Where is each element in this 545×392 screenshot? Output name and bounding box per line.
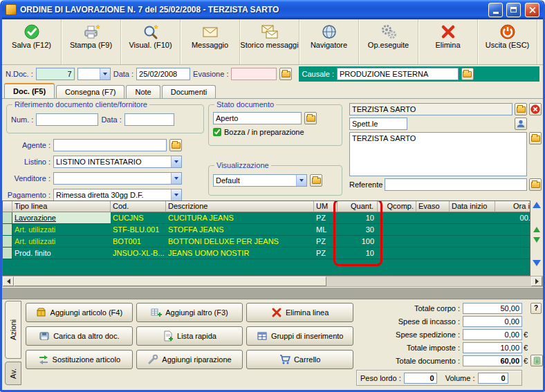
indirizzo-folder-button[interactable] bbox=[529, 132, 542, 144]
cell-evaso[interactable] bbox=[416, 236, 450, 247]
stato-input[interactable] bbox=[213, 112, 302, 124]
cell-quant[interactable]: 10 bbox=[338, 212, 378, 223]
carica-da-altro-doc-button[interactable]: Carica da altro doc. bbox=[26, 326, 133, 346]
doc-type-combo[interactable] bbox=[77, 68, 111, 80]
cell-data-inizio[interactable] bbox=[450, 224, 495, 235]
toolbar-button-salva[interactable]: Salva (F12) bbox=[2, 19, 62, 64]
totale-corpo-input[interactable] bbox=[463, 303, 522, 314]
peso-lordo-input[interactable] bbox=[404, 373, 437, 384]
contact-person-button[interactable] bbox=[515, 118, 527, 130]
cell-tipo-linea[interactable]: Art. utilizzati bbox=[12, 224, 111, 235]
cell-data-inizio[interactable] bbox=[450, 236, 495, 247]
cell-evaso[interactable] bbox=[416, 212, 450, 223]
cell-descrizione[interactable]: CUCITURA JEANS bbox=[166, 212, 314, 223]
spese-spedizione-input[interactable] bbox=[463, 329, 522, 340]
stato-folder-button[interactable] bbox=[304, 112, 317, 124]
cell-tipo-linea[interactable]: Art. utilizzati bbox=[12, 236, 111, 247]
lines-grid[interactable]: Tipo linea Cod. Descrizione UM Quant. Qc… bbox=[2, 200, 530, 276]
cell-evaso[interactable] bbox=[416, 248, 450, 259]
causale-folder-button[interactable] bbox=[461, 68, 474, 80]
intestatario-input[interactable] bbox=[349, 103, 512, 115]
cell-ora-inizio[interactable]: 00.0 bbox=[495, 212, 530, 223]
evasione-folder-button[interactable] bbox=[279, 68, 292, 80]
gruppi-di-inserimento-button[interactable]: Gruppi di inserimento bbox=[246, 326, 353, 346]
col-header-data-inizio[interactable]: Data inizio bbox=[450, 201, 495, 212]
agente-folder-button[interactable] bbox=[169, 139, 182, 151]
cell-qcomp[interactable] bbox=[378, 236, 416, 247]
agente-input[interactable] bbox=[53, 139, 167, 151]
col-header-cod[interactable]: Cod. bbox=[111, 201, 166, 212]
bozza-checkbox[interactable] bbox=[213, 128, 221, 136]
maximize-button[interactable] bbox=[506, 3, 521, 17]
move-row-up-button[interactable] bbox=[530, 208, 542, 232]
cell-ora-inizio[interactable] bbox=[495, 224, 530, 235]
intestatario-delete-button[interactable] bbox=[529, 103, 542, 115]
minimize-button[interactable] bbox=[488, 3, 503, 17]
visualizzazione-folder-button[interactable] bbox=[310, 174, 322, 187]
sostituzione-articolo-button[interactable]: Sostituzione articolo bbox=[26, 350, 133, 369]
cell-qcomp[interactable] bbox=[378, 248, 416, 259]
help-button[interactable]: ? bbox=[530, 303, 542, 314]
rif-data-input[interactable] bbox=[124, 113, 174, 126]
col-header-evaso[interactable]: Evaso bbox=[416, 201, 450, 212]
cell-qcomp[interactable] bbox=[378, 212, 416, 223]
scrollbar-track[interactable] bbox=[326, 277, 531, 286]
table-row[interactable]: Prod. finito JNSUO-XL-B... JEANS UOMO NO… bbox=[3, 248, 530, 259]
ndoc-input[interactable] bbox=[36, 68, 75, 80]
toolbar-button-messaggio[interactable]: Messaggio bbox=[181, 19, 240, 64]
tab-consegna[interactable]: Consegna (F7) bbox=[56, 85, 124, 98]
cell-evaso[interactable] bbox=[416, 224, 450, 235]
col-header-ora-inizio[interactable]: Ora in bbox=[495, 201, 530, 212]
scroll-right-button[interactable] bbox=[531, 277, 542, 286]
col-header-tipo-linea[interactable]: Tipo linea bbox=[12, 201, 111, 212]
calculator-button[interactable] bbox=[530, 355, 543, 366]
toolbar-button-elimina[interactable]: Elimina bbox=[418, 19, 478, 64]
tab-doc[interactable]: Doc. (F5) bbox=[4, 83, 55, 98]
cell-descrizione[interactable]: BOTTONI DELUXE PER JEANS bbox=[166, 236, 314, 247]
col-header-um[interactable]: UM bbox=[314, 201, 338, 212]
totale-imposte-input[interactable] bbox=[463, 342, 522, 353]
table-row[interactable]: Art. utilizzati STF-BLU.001 STOFFA JEANS… bbox=[3, 224, 530, 236]
aggiungi-riparazione-button[interactable]: Aggiungi riparazione bbox=[136, 350, 243, 369]
scroll-bottom-button[interactable] bbox=[530, 243, 542, 266]
data-input[interactable] bbox=[136, 68, 190, 80]
tab-av[interactable]: Av. bbox=[5, 362, 21, 385]
toolbar-button-op-eseguite[interactable]: Op.eseguite bbox=[359, 19, 418, 64]
visualizzazione-combo[interactable]: Default bbox=[213, 174, 307, 187]
indirizzo-textarea[interactable]: TERZISTA SARTO bbox=[349, 132, 527, 176]
cell-ora-inizio[interactable] bbox=[495, 248, 530, 259]
cell-um[interactable]: PZ bbox=[314, 236, 338, 247]
cell-cod[interactable]: STF-BLU.001 bbox=[111, 224, 166, 235]
cell-ora-inizio[interactable] bbox=[495, 236, 530, 247]
referente-folder-button[interactable] bbox=[529, 178, 542, 191]
evasione-input[interactable] bbox=[231, 68, 277, 80]
intestatario-folder-button[interactable] bbox=[515, 103, 527, 115]
toolbar-button-storico-messaggi[interactable]: Storico messaggi bbox=[240, 19, 299, 64]
pagamento-combo[interactable]: Rimessa diretta 30gg D.F. bbox=[53, 189, 182, 201]
venditore-combo[interactable] bbox=[53, 172, 182, 185]
tab-azioni[interactable]: Azioni bbox=[5, 301, 21, 359]
toolbar-button-stampa[interactable]: Stampa (F9) bbox=[62, 19, 121, 64]
col-header-descrizione[interactable]: Descrizione bbox=[166, 201, 314, 212]
table-row[interactable]: Art. utilizzati BOT001 BOTTONI DELUXE PE… bbox=[3, 236, 530, 248]
spettle-input[interactable] bbox=[349, 118, 407, 130]
scrollbar-thumb[interactable] bbox=[14, 277, 326, 286]
cell-um[interactable]: PZ bbox=[314, 212, 338, 223]
cell-quant[interactable]: 10 bbox=[338, 248, 378, 259]
aggiungi-altro-button[interactable]: Aggiungi altro (F3) bbox=[136, 303, 243, 322]
cell-tipo-linea[interactable]: Prod. finito bbox=[12, 248, 111, 259]
cell-cod[interactable]: JNSUO-XL-B... bbox=[111, 248, 166, 259]
cell-descrizione[interactable]: JEANS UOMO NOSTIR bbox=[166, 248, 314, 259]
tab-note[interactable]: Note bbox=[126, 85, 160, 98]
table-row[interactable]: Lavorazione CUCJNS CUCITURA JEANS PZ 10 … bbox=[3, 212, 530, 224]
cell-quant[interactable]: 100 bbox=[338, 236, 378, 247]
col-header-quant[interactable]: Quant. bbox=[338, 201, 378, 212]
cell-descrizione[interactable]: STOFFA JEANS bbox=[166, 224, 314, 235]
elimina-linea-button[interactable]: Elimina linea bbox=[246, 303, 353, 322]
cell-cod[interactable]: CUCJNS bbox=[111, 212, 166, 223]
causale-input[interactable] bbox=[337, 68, 459, 80]
titlebar[interactable]: ORDINE DI LAVORAZIONE N. 7 del 25/02/200… bbox=[2, 0, 543, 19]
move-row-down-button[interactable] bbox=[530, 232, 542, 243]
cell-tipo-linea[interactable]: Lavorazione bbox=[12, 212, 111, 223]
scroll-left-button[interactable] bbox=[3, 277, 14, 286]
